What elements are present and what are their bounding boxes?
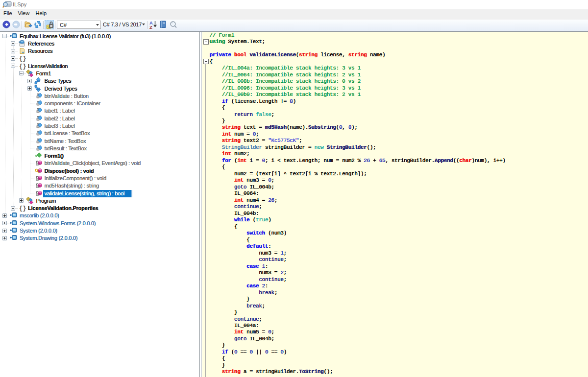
svg-text:{}: {} xyxy=(19,55,26,62)
svg-text:{}: {} xyxy=(19,205,26,212)
svg-text:Z: Z xyxy=(149,24,152,29)
svg-text:{}: {} xyxy=(19,63,26,70)
